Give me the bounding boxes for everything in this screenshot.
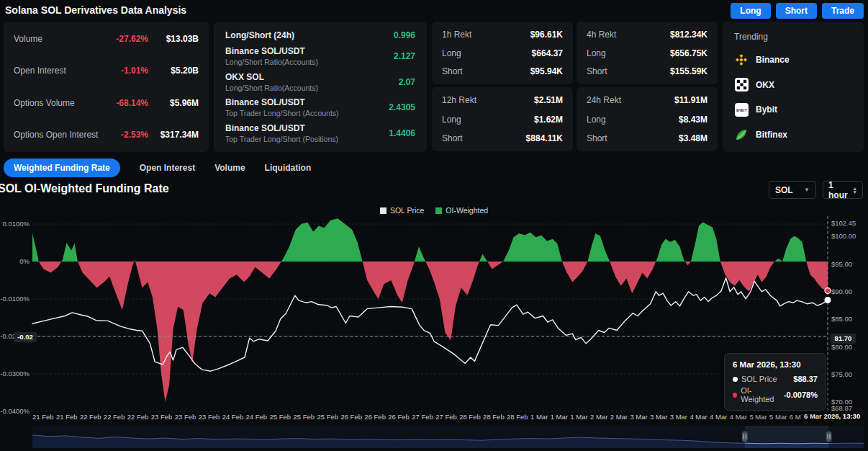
crosshair-time-label: 6 Mar 2026, 13:30: [802, 412, 860, 420]
stats-row: Open Interest-1.01%$5.20B: [14, 66, 199, 76]
x-axis-tick: 1 Mar: [530, 413, 548, 421]
x-axis-tick: 26 Feb: [340, 413, 362, 421]
rekt-short-row: Short$884.11K: [442, 133, 563, 143]
tab-volume[interactable]: Volume: [214, 158, 245, 177]
interval-select[interactable]: 1 hour ▲▼: [823, 181, 863, 199]
x-axis-tick: 6 M: [790, 413, 801, 421]
rekt-title: 12h Rekt: [442, 95, 476, 105]
x-axis-tick: 3 Mar: [670, 413, 687, 421]
ratio-labels: Binance SOL/USDTLong/Short Ratio(Account…: [225, 46, 318, 66]
x-axis-tick: 1 Mar: [551, 413, 568, 421]
x-axis-tick: 4 Mar: [710, 413, 727, 421]
trending-name: Bitfinex: [756, 130, 787, 140]
x-axis-tick: 24 Feb: [246, 413, 268, 421]
ratio-value: 2.127: [394, 51, 415, 61]
rekt-long-row: Long$656.75K: [587, 48, 707, 58]
header-button-short[interactable]: Short: [776, 3, 817, 19]
x-axis-tick: 3 Mar: [650, 413, 667, 421]
x-axis-tick: 4 Mar: [690, 413, 707, 421]
rekt-long-label: Long: [442, 115, 461, 125]
header-button-long[interactable]: Long: [731, 3, 770, 19]
ratio-value: 2.4305: [389, 102, 415, 112]
chart-controls: SOL ▼ 1 hour ▲▼: [769, 181, 863, 199]
tooltip-series-value: -0.0078%: [784, 390, 818, 399]
trending-name: Bybit: [756, 104, 777, 115]
stats-panel: Volume-27.62%$13.03BOpen Interest-1.01%$…: [4, 22, 209, 152]
x-axis-tick: 23 Feb: [199, 413, 220, 421]
x-axis: 21 Feb21 Feb22 Feb22 Feb22 Feb23 Feb23 F…: [32, 413, 801, 421]
chart-tabs: Weighted Funding RateOpen InterestVolume…: [4, 158, 311, 177]
y-axis-right-tick: $80.00: [831, 343, 852, 351]
ratio-subtitle: Top Trader Long/Short (Positions): [225, 135, 338, 143]
trending-name: Binance: [756, 55, 790, 65]
stat-value: $5.96M: [148, 98, 199, 108]
header-buttons: LongShortTrade: [731, 3, 864, 19]
rekt-short-label: Short: [442, 66, 463, 76]
rekt-title: 24h Rekt: [587, 95, 621, 105]
ratio-title: Binance SOL/USDT: [225, 97, 339, 107]
symbol-select-value: SOL: [775, 185, 793, 195]
interval-select-value: 1 hour: [828, 180, 853, 200]
ratio-labels: OKX SOLLong/Short Ratio(Accounts): [225, 72, 318, 92]
ratio-labels: Binance SOL/USDTTop Trader Long/Short (A…: [225, 97, 339, 117]
x-axis-tick: 22 Feb: [127, 413, 149, 421]
x-axis-tick: 23 Feb: [151, 413, 173, 421]
rekt-long-value: $656.75K: [670, 48, 707, 58]
trending-item-binance[interactable]: Binance: [734, 53, 852, 67]
chart-plot: [32, 216, 828, 411]
symbol-select[interactable]: SOL ▼: [769, 181, 816, 199]
x-axis-tick: 2 Mar: [610, 413, 628, 421]
rekt-total-row: 4h Rekt$812.34K: [587, 30, 707, 40]
rekt-short-label: Short: [587, 66, 607, 76]
binance-icon: [734, 53, 749, 67]
rekt-short-row: Short$95.94K: [442, 66, 563, 76]
trending-title: Trending: [734, 32, 852, 42]
rekt-long-label: Long: [587, 115, 606, 125]
tab-liquidation[interactable]: Liquidation: [265, 158, 312, 177]
tab-open-interest[interactable]: Open Interest: [140, 158, 195, 177]
trending-item-bybit[interactable]: BYB!TBybit: [734, 102, 852, 117]
stat-label: Open Interest: [14, 66, 66, 76]
rekt-title: 1h Rekt: [442, 30, 471, 40]
ratio-panel: Long/Short (24h)0.996Binance SOL/USDTLon…: [214, 22, 427, 152]
x-axis-tick: 28 Feb: [483, 413, 505, 421]
rekt-title: 4h Rekt: [587, 30, 616, 40]
tooltip-series-label: OI-Weighted: [741, 386, 780, 403]
x-axis-tick: 26 Feb: [364, 413, 386, 421]
svg-text:BYB!T: BYB!T: [736, 109, 747, 112]
trending-item-okx[interactable]: OKX: [734, 78, 852, 92]
sol-price-last-dot: [825, 297, 831, 303]
y-axis-left-tick: 0.0100%: [0, 220, 30, 228]
navigator-handle-right[interactable]: [826, 431, 832, 442]
stat-label: Options Volume: [14, 98, 75, 108]
trending-item-bitfinex[interactable]: Bitfinex: [734, 128, 852, 142]
header-button-trade[interactable]: Trade: [822, 3, 864, 19]
x-axis-tick: 21 Feb: [56, 413, 78, 421]
ratio-value: 1.4406: [389, 128, 415, 138]
y-axis-right-tick: $85.00: [831, 315, 852, 323]
stat-label: Volume: [14, 34, 42, 44]
tooltip-row: OI-Weighted-0.0078%: [733, 386, 818, 403]
x-axis-tick: 25 Feb: [317, 413, 338, 421]
bybit-icon: BYB!T: [734, 102, 749, 117]
tab-weighted-funding-rate[interactable]: Weighted Funding Rate: [4, 158, 120, 177]
tooltip-series-label: SOL Price: [741, 375, 777, 383]
trending-panel: Trending BinanceOKXBYB!TBybitBitfinex: [723, 22, 864, 152]
navigator-handle-left[interactable]: [741, 431, 748, 442]
y-axis-right-tick: $102.45: [831, 219, 856, 227]
rekt-short-label: Short: [587, 133, 607, 143]
rekt-short-value: $884.11K: [526, 133, 563, 143]
rekt-long-value: $8.43M: [679, 115, 707, 125]
rekt-long-label: Long: [587, 48, 606, 58]
y-axis-right-tick: $100.00: [831, 232, 856, 240]
crosshair-price-badge: 81.70: [831, 334, 856, 344]
rekt-grid: 1h Rekt$96.61KLong$664.37Short$95.94K4h …: [432, 22, 718, 151]
y-axis-right-tick: $95.00: [831, 260, 852, 268]
rekt-card: 1h Rekt$96.61KLong$664.37Short$95.94K: [432, 22, 573, 84]
navigator-plot: [32, 426, 864, 448]
stats-row: Options Volume-68.14%$5.96M: [14, 98, 199, 108]
range-navigator[interactable]: [32, 426, 864, 448]
stats-row: Volume-27.62%$13.03B: [14, 34, 199, 44]
y-axis-left-tick: 0%: [0, 257, 30, 265]
oi-weighted-last-dot: [825, 288, 831, 294]
